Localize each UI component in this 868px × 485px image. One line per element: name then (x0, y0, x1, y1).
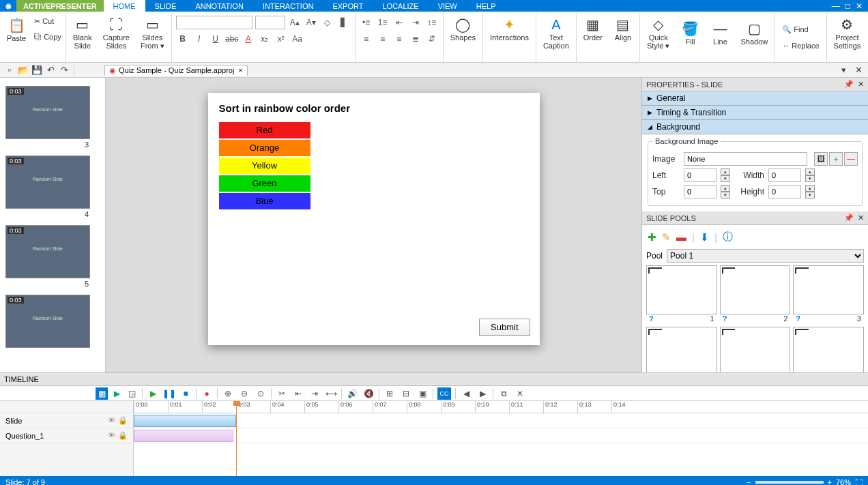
timeline-tracks[interactable]: 0:000:010:020:030:040:050:060:070:080:09… (134, 401, 868, 476)
save-icon[interactable]: 💾 (30, 64, 44, 76)
menu-annotation[interactable]: ANNOTATION (186, 0, 252, 12)
section-background[interactable]: ◢Background (642, 120, 868, 134)
slides-from-button[interactable]: ▭Slides From ▾ (136, 14, 169, 51)
pool-add-icon[interactable]: ✚ (648, 231, 656, 244)
canvas-area[interactable]: Sort in rainbow color order RedOrangeYel… (106, 78, 641, 372)
record-icon[interactable]: ● (201, 387, 213, 400)
slide-thumbnail[interactable]: 0:03Random Slide (5, 156, 90, 209)
section-timing[interactable]: ▶Timing & Transition (642, 106, 868, 120)
close-tab-icon[interactable]: × (238, 66, 242, 74)
pool-info-icon[interactable]: ⓘ (723, 231, 733, 244)
bg-top-input[interactable] (684, 185, 717, 199)
zoom-out-icon[interactable]: − (747, 478, 751, 485)
replace-button[interactable]: ↔Replace (781, 39, 820, 53)
tl-delete-icon[interactable]: ⊟ (400, 387, 412, 400)
play-icon[interactable]: ▶ (147, 387, 159, 400)
bg-left-input[interactable] (684, 168, 717, 182)
spin-up-icon[interactable]: ▴ (721, 168, 730, 175)
close-properties-icon[interactable]: ✕ (858, 80, 864, 89)
redo-icon[interactable]: ↷ (57, 64, 71, 76)
bg-image-input[interactable] (684, 152, 807, 166)
clear-format-icon[interactable]: ◇ (321, 16, 334, 29)
new-icon[interactable]: ▫ (3, 64, 16, 76)
tl-snap-icon[interactable]: ⧉ (497, 387, 510, 400)
tl-close-icon[interactable]: ✕ (514, 387, 526, 400)
tl-zoom-out-icon[interactable]: ⊖ (238, 387, 250, 400)
spin-down-icon[interactable]: ▾ (721, 175, 730, 182)
clip-question[interactable] (134, 430, 233, 442)
shapes-button[interactable]: ◯Shapes (446, 14, 480, 43)
pool-slide-thumbnail[interactable]: 0:03 (646, 327, 717, 372)
italic-icon[interactable]: I (192, 32, 206, 46)
collapse-ribbon-icon[interactable]: ▾ (837, 64, 850, 76)
lock-icon[interactable]: 🔒 (118, 416, 128, 425)
pool-slide-thumbnail[interactable]: 0:03 (646, 265, 717, 314)
clip-slide[interactable] (134, 415, 236, 427)
order-button[interactable]: ▦Order (579, 14, 607, 43)
font-color-icon[interactable]: A (242, 32, 255, 46)
pool-slide-thumbnail[interactable]: 0:03 (720, 327, 791, 372)
pin-icon[interactable]: 📌 (844, 80, 854, 89)
eye-icon[interactable]: 👁 (108, 416, 115, 425)
menu-slide[interactable]: SLIDE (145, 0, 186, 12)
font-family-input[interactable] (176, 16, 252, 29)
menu-home[interactable]: HOME (104, 0, 145, 12)
zoom-slider[interactable] (755, 481, 824, 484)
sortable-item[interactable]: Blue (219, 193, 310, 209)
pane-close-icon[interactable]: ✕ (852, 64, 865, 76)
underline-icon[interactable]: U (209, 32, 222, 46)
tl-vol-icon[interactable]: 🔊 (346, 387, 358, 400)
pool-edit-icon[interactable]: ✎ (662, 231, 671, 244)
grow-font-icon[interactable]: A▴ (288, 16, 302, 29)
line-button[interactable]: —Line (706, 18, 734, 47)
tl-insert-icon[interactable]: ⊞ (384, 387, 396, 400)
bg-remove-icon[interactable]: — (844, 152, 858, 166)
tl-fit-icon[interactable]: ⊙ (255, 387, 267, 400)
pause-icon[interactable]: ❚❚ (163, 387, 175, 400)
subscript-icon[interactable]: x₂ (258, 32, 272, 46)
align-right-icon[interactable]: ≡ (392, 32, 406, 46)
sortable-item[interactable]: Red (219, 122, 310, 138)
indent-dec-icon[interactable]: ⇤ (392, 16, 406, 29)
bg-add-icon[interactable]: ＋ (829, 152, 843, 166)
valign-icon[interactable]: ⇵ (425, 32, 439, 46)
paste-button[interactable]: 📋 Paste (3, 15, 30, 44)
font-size-input[interactable] (255, 16, 285, 29)
sortable-item[interactable]: Yellow (219, 158, 310, 174)
blank-slide-button[interactable]: ▭Blank Slide (69, 14, 96, 51)
bg-width-input[interactable] (768, 168, 801, 182)
slide-thumbnail[interactable]: 0:03Random Slide (5, 225, 90, 278)
shrink-font-icon[interactable]: A▾ (304, 16, 318, 29)
open-icon[interactable]: 📂 (16, 64, 30, 76)
pool-delete-icon[interactable]: ▬ (676, 231, 686, 243)
tl-next-icon[interactable]: ▶ (476, 387, 489, 400)
pool-slide-thumbnail[interactable]: 0:03 (720, 265, 791, 314)
pool-slide-thumbnail[interactable]: 0:03 (793, 265, 864, 314)
section-general[interactable]: ▶General (642, 91, 868, 106)
tl-mute-icon[interactable]: 🔇 (362, 387, 375, 400)
sortable-item[interactable]: Green (219, 175, 310, 192)
find-button[interactable]: 🔍Find (781, 23, 809, 36)
tl-mode2-icon[interactable]: ▶ (111, 387, 123, 400)
tl-split-icon[interactable]: ✂ (276, 387, 288, 400)
bold-icon[interactable]: B (176, 32, 190, 46)
superscript-icon[interactable]: x² (274, 32, 288, 46)
numbering-icon[interactable]: 1≡ (376, 16, 390, 29)
align-center-icon[interactable]: ≡ (376, 32, 390, 46)
fill-button[interactable]: 🪣Fill (676, 18, 704, 47)
tl-mode3-icon[interactable]: ◲ (126, 387, 138, 400)
pool-select[interactable]: Pool 1 (667, 249, 864, 263)
shadow-button[interactable]: ▢Shadow (736, 18, 772, 47)
close-icon[interactable]: ✕ (856, 1, 863, 11)
tl-cc-icon[interactable]: CC (437, 387, 451, 400)
pool-import-icon[interactable]: ⬇ (700, 231, 709, 244)
case-icon[interactable]: Aa (291, 32, 304, 46)
align-left-icon[interactable]: ≡ (360, 32, 373, 46)
tl-group-icon[interactable]: ▣ (416, 387, 429, 400)
sortable-item[interactable]: Orange (219, 140, 310, 156)
justify-icon[interactable]: ≣ (409, 32, 422, 46)
project-settings-button[interactable]: ⚙Project Settings (830, 14, 865, 51)
bullets-icon[interactable]: •≡ (360, 16, 373, 29)
tl-join-icon[interactable]: ⟷ (325, 387, 337, 400)
playhead[interactable] (236, 401, 237, 476)
